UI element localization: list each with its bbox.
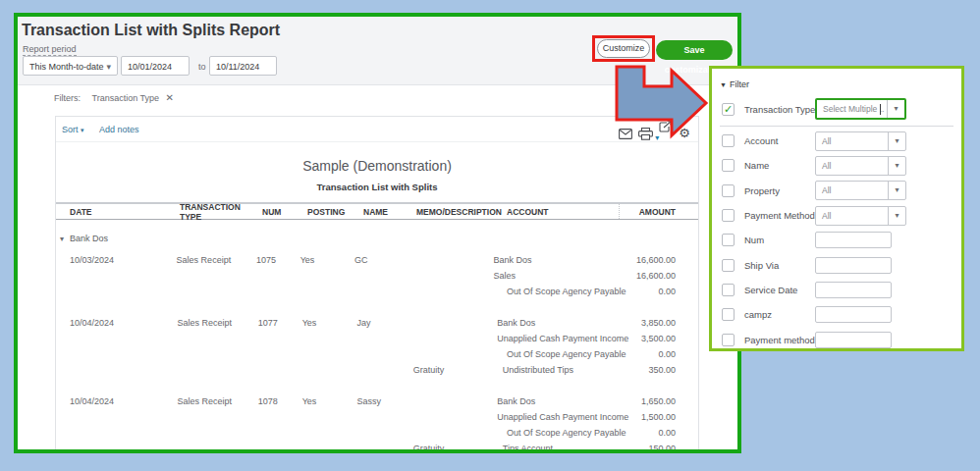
annotation-arrow — [609, 59, 712, 142]
filter-select-name[interactable]: All▾ — [815, 156, 906, 176]
filter-select-account[interactable]: All▾ — [815, 131, 906, 151]
cell-account: Bank Dos — [497, 318, 641, 328]
to-date-input[interactable]: 10/11/2024 — [209, 56, 277, 76]
filter-input-service-date[interactable] — [815, 282, 892, 298]
filter-label-campz: campz — [744, 309, 772, 320]
cell-amount: 0.00 — [654, 349, 698, 359]
table-row: Sales16,600.00 — [56, 268, 698, 284]
cell-amount: 1,650.00 — [641, 396, 698, 406]
column-header-amount: AMOUNT — [619, 204, 698, 219]
filter-label-payment-method: Payment Method — [744, 210, 815, 221]
cell-date: 10/04/2024 — [70, 318, 178, 328]
group-label: Bank Dos — [70, 234, 108, 243]
cell-amount: 350.00 — [648, 365, 698, 375]
cell-account: Undistributed Tips — [503, 365, 649, 375]
customize-highlight-box — [592, 35, 655, 62]
cell-amount: 3,850.00 — [641, 318, 698, 328]
table-row: Unapplied Cash Payment Income1,500.00 — [56, 409, 698, 425]
table-row: 10/04/2024Sales Receipt1077YesJayBank Do… — [56, 315, 698, 331]
filter-row-num: Num — [712, 228, 961, 252]
filter-section-header[interactable]: ▼Filter — [712, 75, 961, 94]
collapse-caret-icon[interactable]: ▾ — [60, 232, 70, 247]
report-column-headers: DATETRANSACTION TYPENUMPOSTINGNAMEMEMO/D… — [56, 202, 698, 220]
chevron-down-icon[interactable]: ▾ — [888, 182, 905, 199]
row-spacer — [56, 378, 698, 393]
filter-checkbox-num[interactable] — [722, 234, 735, 246]
cell-account: Out Of Scope Agency Payable — [507, 428, 654, 438]
table-row: 10/03/2024Sales Receipt1075YesGCBank Dos… — [56, 252, 698, 268]
from-date-input[interactable]: 10/01/2024 — [121, 56, 190, 76]
page-title: Transaction List with Splits Report — [22, 22, 280, 39]
cell-date: 10/03/2024 — [70, 255, 177, 265]
filter-checkbox-payment-method[interactable] — [722, 209, 735, 222]
group-row-bank-dos: ▾Bank Dos — [56, 231, 698, 246]
sort-dropdown[interactable]: Sort ▾ — [62, 125, 84, 134]
cell-name: GC — [354, 255, 406, 265]
cell-account: Sales — [494, 271, 636, 281]
filter-label-ship-via: Ship Via — [744, 260, 779, 271]
filter-input-ship-via[interactable] — [815, 257, 892, 274]
column-header-num: NUM — [262, 207, 307, 217]
filter-input-num[interactable] — [815, 232, 892, 248]
filter-rows: ✓Transaction TypeSelect Multiple ..▾Acco… — [712, 94, 961, 352]
filter-checkbox-ship-via[interactable] — [722, 259, 735, 272]
filter-checkbox-name[interactable] — [722, 159, 735, 172]
filter-checkbox-transaction-type[interactable]: ✓ — [722, 103, 735, 116]
cell-posting: Yes — [302, 396, 357, 406]
filter-panel: ▼Filter ✓Transaction TypeSelect Multiple… — [709, 66, 964, 351]
filter-row-ship-via: Ship Via — [712, 252, 961, 277]
cell-type: Sales Receipt — [177, 255, 256, 265]
cell-num: 1077 — [258, 318, 302, 328]
filter-row-transaction-type: ✓Transaction TypeSelect Multiple ..▾ — [712, 94, 961, 124]
report-period-label: Report period — [23, 44, 77, 56]
from-date-value: 10/01/2024 — [128, 62, 172, 72]
cell-memo: Gratuity — [413, 444, 503, 449]
report-period-select[interactable]: This Month-to-date ▾ — [23, 56, 118, 76]
cell-name: Jay — [356, 318, 408, 328]
remove-filter-icon[interactable]: ✕ — [166, 92, 174, 103]
filter-chip-transaction-type[interactable]: Transaction Type ✕ — [92, 93, 174, 103]
cell-amount: 1,500.00 — [641, 412, 698, 422]
chevron-down-icon: ▾ — [106, 57, 111, 77]
cell-account: Unapplied Cash Payment Income — [497, 412, 641, 422]
chevron-down-icon[interactable]: ▾ — [888, 157, 905, 175]
report-title: Transaction List with Splits — [56, 182, 698, 192]
filter-input-payment-method[interactable] — [815, 332, 892, 348]
filter-select-value: All — [822, 185, 831, 195]
save-customization-button[interactable]: Save customization — [656, 40, 733, 60]
filter-checkbox-account[interactable] — [722, 134, 735, 147]
report-company-name: Sample (Demonstration) — [56, 158, 698, 174]
filter-checkbox-payment-method[interactable] — [722, 334, 735, 346]
column-header-account: ACCOUNT — [507, 207, 619, 217]
chevron-down-icon[interactable]: ▾ — [888, 207, 905, 225]
filters-label: Filters: — [54, 93, 81, 103]
filter-select-payment-method[interactable]: All▾ — [815, 206, 906, 226]
table-row: 10/04/2024Sales Receipt1078YesSassyBank … — [56, 393, 698, 409]
filter-checkbox-service-date[interactable] — [722, 284, 735, 296]
table-row: GratuityTips Account150.00 — [56, 441, 698, 449]
filter-row-payment-method: Payment MethodAll▾ — [712, 203, 961, 228]
table-row: Out Of Scope Agency Payable0.00 — [56, 346, 698, 362]
collapse-caret-icon: ▼ — [720, 81, 727, 88]
add-notes-button[interactable]: Add notes — [99, 125, 139, 134]
cell-date: 10/04/2024 — [70, 396, 178, 406]
chevron-down-icon[interactable]: ▾ — [888, 132, 905, 150]
filter-input-campz[interactable] — [815, 306, 892, 323]
filter-select-property[interactable]: All▾ — [815, 181, 906, 200]
to-label: to — [198, 62, 206, 72]
filter-row-name: NameAll▾ — [712, 153, 961, 178]
table-row: GratuityUndistributed Tips350.00 — [56, 362, 698, 378]
cell-account: Bank Dos — [497, 396, 641, 406]
filter-checkbox-property[interactable] — [722, 184, 735, 197]
report-period-value: This Month-to-date — [29, 62, 104, 72]
filter-label-property: Property — [744, 185, 780, 196]
column-header-posting: POSTING — [307, 207, 363, 217]
filters-bar: Filters: Transaction Type ✕ — [54, 92, 174, 103]
filter-checkbox-campz[interactable] — [722, 308, 735, 321]
filter-row-payment-method: Payment method — [712, 327, 961, 351]
cell-num: 1075 — [256, 255, 300, 265]
filter-select-transaction-type[interactable]: Select Multiple ..▾ — [815, 98, 906, 120]
chevron-down-icon: ▾ — [81, 127, 84, 133]
column-header-name: NAME — [363, 207, 416, 217]
chevron-down-icon[interactable]: ▾ — [887, 100, 904, 118]
